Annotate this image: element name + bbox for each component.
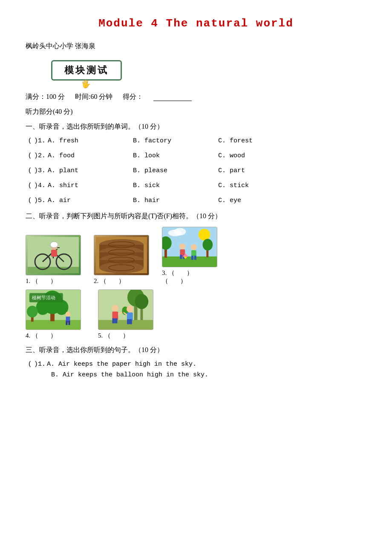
paren: ( xyxy=(26,182,34,189)
img-answer-4[interactable] xyxy=(40,332,49,339)
img-paren-close-1: ） xyxy=(50,277,57,285)
img-label-5: 5. xyxy=(98,332,103,339)
svg-point-45 xyxy=(184,254,187,256)
section1-q1: ( )1. A. fresh B. factory C. forest xyxy=(26,137,366,145)
svg-rect-56 xyxy=(66,321,68,325)
option-a: A. plant xyxy=(48,167,133,174)
svg-point-64 xyxy=(135,294,149,309)
module-badge: 模块测试 xyxy=(51,60,122,81)
full-score: 满分：100 分 xyxy=(26,92,65,101)
svg-point-53 xyxy=(27,306,38,318)
img-label-1: 1. xyxy=(26,278,30,285)
img-extra-paren-open-3: （ xyxy=(162,277,168,285)
paren: ( xyxy=(26,361,34,368)
img-paren-open-3: （ xyxy=(168,269,175,277)
option-a: A. fresh xyxy=(48,137,133,145)
img-answer-2[interactable] xyxy=(108,278,117,285)
img-extra-paren-close-3: ） xyxy=(180,277,187,285)
svg-rect-36 xyxy=(180,255,182,259)
image-item-1: 1. （ ） xyxy=(26,235,81,285)
img-paren-open-2: （ xyxy=(100,277,107,285)
option-b: B. please xyxy=(133,167,218,174)
paren: ( xyxy=(26,152,34,159)
section1-q3: ( )3. A. plant B. please C. part xyxy=(26,167,366,174)
svg-point-12 xyxy=(50,242,58,248)
author-line: 枫岭头中心小学 张海泉 xyxy=(26,42,366,51)
svg-point-54 xyxy=(66,312,71,317)
image-item-5: 5. （ ） xyxy=(98,289,153,340)
option-a: A. shirt xyxy=(48,182,133,189)
img-paren-open-4: （ xyxy=(32,332,38,340)
score-blank[interactable] xyxy=(153,93,192,101)
section1-q4: ( )4. A. shirt B. sick C. stick xyxy=(26,182,366,189)
listening-section-title: 听力部分(40 分) xyxy=(26,107,366,116)
option-a: A. food xyxy=(48,152,133,159)
svg-rect-1 xyxy=(28,267,79,273)
img-paren-close-4: ） xyxy=(50,332,57,340)
paren: ( xyxy=(26,197,34,204)
svg-rect-40 xyxy=(191,256,193,260)
img-label-2: 2. xyxy=(94,278,98,285)
paren: ( xyxy=(26,167,34,174)
img-extra-answer-3[interactable] xyxy=(170,278,179,285)
q-num: )4. xyxy=(34,182,46,189)
option-c: C. eye xyxy=(218,197,286,204)
image-placeholder-5 xyxy=(98,289,153,330)
section3-title: 三、听录音，选出你所听到的句子。（10 分） xyxy=(26,346,366,355)
q-num: )5. xyxy=(34,197,46,204)
svg-rect-11 xyxy=(51,250,57,257)
svg-rect-29 xyxy=(162,257,217,267)
page-title: Module 4 The natural world xyxy=(26,17,366,30)
section1-q5: ( )5. A. air B. hair C. eye xyxy=(26,197,366,204)
image-placeholder-2 xyxy=(94,235,149,275)
svg-point-20 xyxy=(99,262,144,273)
section1-title: 一、听录音，选出你所听到的单词。（10 分） xyxy=(26,122,366,131)
time-label: 时间:60 分钟 xyxy=(75,92,112,101)
img-paren-close-5: ） xyxy=(123,332,129,340)
svg-point-38 xyxy=(191,244,197,250)
svg-text:植树节活动: 植树节活动 xyxy=(32,295,55,300)
svg-rect-47 xyxy=(26,320,81,330)
img-paren-close-2: ） xyxy=(118,277,125,285)
img-answer-5[interactable] xyxy=(112,332,121,339)
option-c: C. stick xyxy=(218,182,286,189)
svg-point-33 xyxy=(203,239,213,251)
img-paren-open-1: （ xyxy=(32,277,38,285)
image-item-2: 2. （ ） xyxy=(94,235,149,285)
svg-point-26 xyxy=(199,229,210,241)
image-placeholder-4: 植树节活动 xyxy=(26,289,81,330)
score-label: 得分： xyxy=(123,92,143,101)
svg-rect-57 xyxy=(68,321,70,325)
svg-point-72 xyxy=(127,306,133,312)
svg-rect-75 xyxy=(130,319,132,324)
image-placeholder-1 xyxy=(26,235,81,275)
svg-point-28 xyxy=(174,228,186,236)
option-c: C. wood xyxy=(218,152,286,159)
svg-point-66 xyxy=(112,305,119,312)
svg-rect-65 xyxy=(98,320,153,330)
option-b: B. hair xyxy=(133,197,218,204)
svg-rect-69 xyxy=(115,318,117,324)
section2-title: 二、听录音，判断下列图片与所听内容是(T)否(F)相符。（10 分） xyxy=(26,212,366,221)
option-b: B. factory xyxy=(133,137,218,145)
img-label-4: 4. xyxy=(26,332,30,339)
paren: ( xyxy=(26,137,34,145)
q-num: )3. xyxy=(34,167,46,174)
svg-rect-68 xyxy=(112,318,115,324)
option-b: B. look xyxy=(133,152,218,159)
q3-num: )1. xyxy=(34,361,47,368)
score-line: 满分：100 分 时间:60 分钟 得分： xyxy=(26,92,366,101)
option-c: C. part xyxy=(218,167,286,174)
q3-option-b: B. Air keeps the balloon high in the sky… xyxy=(51,371,366,379)
img-answer-1[interactable] xyxy=(40,278,49,285)
img-answer-3[interactable] xyxy=(176,269,185,277)
q-num: )2. xyxy=(34,152,46,159)
img-paren-open-5: （ xyxy=(104,332,111,340)
q3-option-a: A. Air keeps the paper high in the sky. xyxy=(47,361,196,368)
section3-q1: ( )1. A. Air keeps the paper high in the… xyxy=(26,361,366,379)
svg-rect-41 xyxy=(194,256,196,260)
image-placeholder-3 xyxy=(162,227,217,267)
svg-rect-74 xyxy=(127,319,130,324)
option-c: C. forest xyxy=(218,137,286,145)
image-item-3: 3. （ ） （ ） xyxy=(162,227,217,285)
